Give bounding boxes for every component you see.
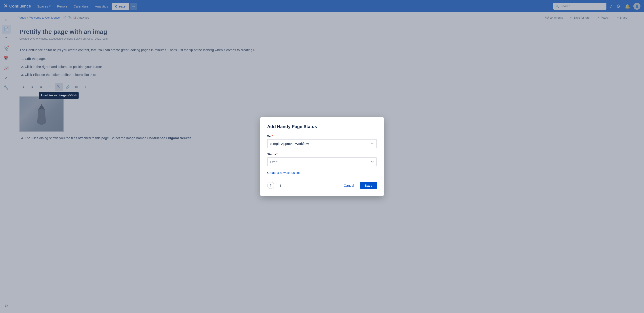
status-field: Status * Draft In Review Approved Publis… [267, 153, 377, 166]
modal-footer: ? ℹ Cancel Save [267, 182, 377, 189]
status-label: Status * [267, 153, 377, 156]
modal-dialog: Add Handy Page Status Set * Simple Appro… [260, 117, 384, 196]
set-label: Set * [267, 135, 377, 138]
modal-save-button[interactable]: Save [360, 182, 377, 189]
create-status-set-link[interactable]: Create a new status set [267, 171, 300, 175]
status-required-star: * [276, 153, 278, 156]
insert-files-tooltip: Insert files and images (⌘+M) [39, 92, 79, 99]
set-required-star: * [272, 135, 273, 138]
status-select[interactable]: Draft In Review Approved Published [267, 157, 377, 166]
modal-title: Add Handy Page Status [267, 124, 377, 129]
modal-info-button[interactable]: ℹ [277, 182, 284, 189]
modal-footer-right: Cancel Save [340, 182, 377, 189]
modal-help-button[interactable]: ? [267, 182, 274, 189]
set-field: Set * Simple Approval Workflow Review Wo… [267, 135, 377, 148]
set-select[interactable]: Simple Approval Workflow Review Workflow… [267, 139, 377, 148]
modal-backdrop: Add Handy Page Status Set * Simple Appro… [0, 0, 644, 313]
modal-cancel-button[interactable]: Cancel [340, 182, 358, 189]
modal-footer-left: ? ℹ [267, 182, 284, 189]
